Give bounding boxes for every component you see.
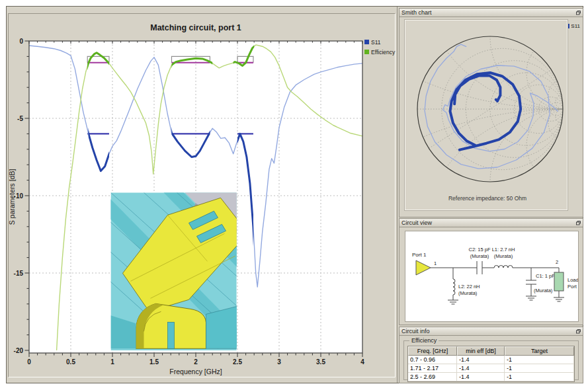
circuit-schematic-canvas: Port 11L2: 22 nH(Murata)C2: 15 pF(Murata… bbox=[405, 231, 578, 321]
smith-caption: Reference impedance: 50 Ohm bbox=[448, 195, 526, 202]
y-tick-label: -15 bbox=[14, 270, 24, 277]
efficiency-table-header-row: Freq. [GHz]min eff [dB]Target bbox=[408, 346, 574, 356]
L2-vendor-label: (Murata) bbox=[458, 290, 478, 296]
plot-legend: S11Efficiency bbox=[364, 39, 396, 56]
circuit-info-panel: Circuit info Efficiency Freq. [GHz]min e… bbox=[399, 327, 583, 383]
node1-label: 1 bbox=[434, 260, 437, 266]
table-cell: -1 bbox=[505, 364, 574, 373]
float-panel-icon[interactable] bbox=[575, 329, 581, 334]
info-panel-title: Circuit info bbox=[401, 328, 430, 334]
table-cell: -1.4 bbox=[457, 373, 505, 381]
smith-panel-titlebar[interactable]: Smith chart bbox=[399, 9, 583, 17]
screenshot-root: { "window": { "page_bg": "#ffffff", "app… bbox=[0, 0, 588, 392]
s11-trace-light bbox=[425, 44, 558, 169]
C2-vendor-label: (Murata) bbox=[470, 253, 489, 259]
efficiency-group-label: Efficiency bbox=[409, 337, 439, 344]
s11-trace-bold bbox=[450, 73, 521, 150]
table-row[interactable]: 1.71 - 2.17-1.4-1 bbox=[408, 364, 574, 373]
smith-chart-panel: Smith chart S11 Reference impedance: 50 … bbox=[399, 8, 583, 217]
table-cell: -1.4 bbox=[457, 364, 505, 373]
table-row[interactable]: 0.7 - 0.96-1.4-1 bbox=[408, 356, 574, 364]
float-panel-icon[interactable] bbox=[575, 220, 581, 226]
x-tick-label: 2 bbox=[194, 358, 198, 366]
circuit-panel-title: Circuit view bbox=[401, 219, 432, 226]
smith-chart-canvas: Reference impedance: 50 Ohm bbox=[405, 20, 567, 210]
table-header-cell: min eff [dB] bbox=[457, 346, 505, 356]
L1-vendor-label: (Murata) bbox=[494, 253, 513, 259]
load-label: Port 1 bbox=[567, 284, 578, 290]
circuit-panel-titlebar[interactable]: Circuit view bbox=[399, 219, 583, 227]
circuit-wires bbox=[431, 261, 564, 304]
matching-plot-panel: 00.511.522.533.540-5-10-15-20Matching ci… bbox=[7, 7, 398, 383]
load-symbol bbox=[554, 272, 564, 291]
x-tick-label: 1.5 bbox=[149, 358, 159, 366]
table-row[interactable]: 2.5 - 2.69-1.4-1 bbox=[408, 373, 574, 381]
port1-symbol bbox=[416, 260, 431, 275]
x-tick-label: 2.5 bbox=[233, 358, 242, 366]
s11-legend-label: S11 bbox=[571, 23, 580, 29]
smith-chart-area: Reference impedance: 50 Ohm bbox=[405, 20, 567, 210]
table-header-cell: Target bbox=[505, 346, 574, 356]
legend-label: Efficiency bbox=[371, 49, 396, 56]
right-dock: Smith chart S11 Reference impedance: 50 … bbox=[398, 7, 583, 383]
port1-label: Port 1 bbox=[412, 252, 427, 258]
y-tick-label: 0 bbox=[19, 38, 23, 45]
table-cell: 2.5 - 2.69 bbox=[408, 373, 457, 381]
C1-value-label: C1: 1 pF bbox=[536, 273, 555, 279]
L2-symbol bbox=[453, 279, 455, 295]
table-cell: 0.7 - 0.96 bbox=[408, 356, 457, 364]
x-tick-label: 3.5 bbox=[316, 358, 325, 366]
x-tick-label: 4 bbox=[360, 358, 364, 366]
legend-swatch bbox=[364, 40, 369, 44]
float-panel-icon[interactable] bbox=[575, 10, 581, 16]
app-window: 00.511.522.533.540-5-10-15-20Matching ci… bbox=[6, 6, 583, 383]
node2-label: 2 bbox=[556, 259, 558, 265]
L1-value-label: L1: 2.7 nH bbox=[492, 247, 515, 253]
smith-grid bbox=[405, 20, 567, 210]
matching-plot-canvas: 00.511.522.533.540-5-10-15-20Matching ci… bbox=[7, 7, 396, 383]
efficiency-table: Freq. [GHz]min eff [dB]Target0.7 - 0.96-… bbox=[407, 346, 575, 382]
x-tick-label: 0 bbox=[27, 358, 31, 366]
legend-label: S11 bbox=[371, 39, 381, 46]
x-tick-label: 3 bbox=[277, 358, 281, 366]
x-axis-label: Frequency [GHz] bbox=[169, 368, 222, 375]
L2-value-label: L2: 22 nH bbox=[458, 284, 480, 290]
chart-title: Matching circuit, port 1 bbox=[150, 23, 241, 32]
table-header-cell: Freq. [GHz] bbox=[408, 346, 457, 356]
y-tick-label: -20 bbox=[14, 347, 24, 354]
y-axis-label: S parameters [dB] bbox=[8, 169, 16, 225]
table-cell: 1.71 - 2.17 bbox=[408, 364, 457, 373]
legend-swatch bbox=[364, 50, 369, 54]
x-tick-label: 0.5 bbox=[66, 358, 75, 366]
circuit-schematic-area: Port 11L2: 22 nH(Murata)C2: 15 pF(Murata… bbox=[405, 231, 579, 322]
L1-symbol bbox=[494, 266, 513, 268]
y-tick-label: -5 bbox=[17, 115, 23, 122]
efficiency-groupbox: Efficiency Freq. [GHz]min eff [dB]Target… bbox=[403, 340, 579, 380]
circuit-view-panel: Circuit view Port 11L2: 22 nH(Murata)C2:… bbox=[399, 218, 583, 325]
C2-value-label: C2: 15 pF bbox=[469, 247, 491, 253]
load-label: Load bbox=[567, 277, 578, 283]
info-panel-titlebar[interactable]: Circuit info bbox=[399, 327, 583, 336]
table-cell: -1 bbox=[505, 373, 574, 381]
x-tick-label: 1 bbox=[110, 358, 114, 366]
table-cell: -1.4 bbox=[457, 356, 505, 364]
C1-vendor-label: (Murata) bbox=[534, 288, 553, 294]
smith-panel-title: Smith chart bbox=[401, 9, 432, 16]
table-cell: -1 bbox=[505, 356, 574, 364]
